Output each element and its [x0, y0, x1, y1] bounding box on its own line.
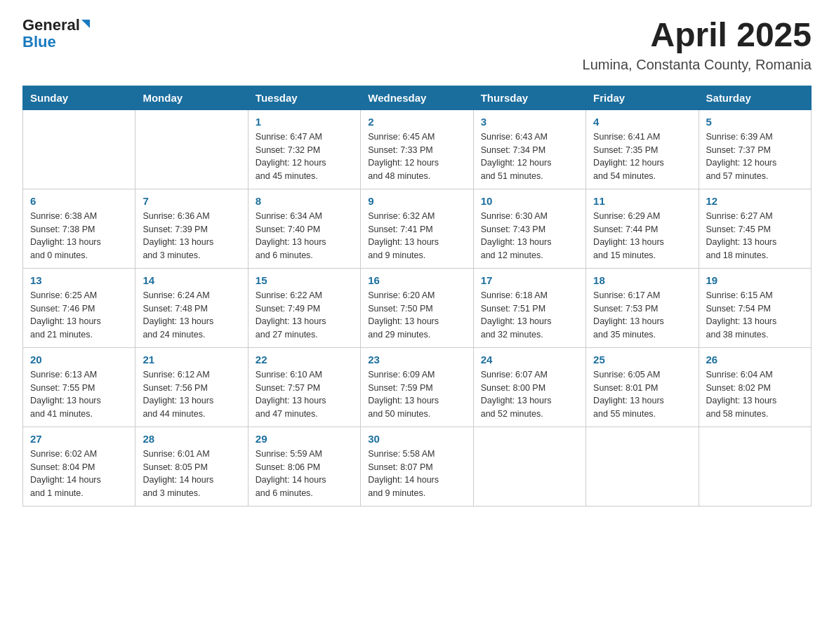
- calendar-cell: 17Sunrise: 6:18 AMSunset: 7:51 PMDayligh…: [473, 268, 585, 347]
- calendar-cell: 4Sunrise: 6:41 AMSunset: 7:35 PMDaylight…: [586, 109, 699, 189]
- day-number: 5: [706, 116, 804, 128]
- calendar-body: 1Sunrise: 6:47 AMSunset: 7:32 PMDaylight…: [23, 109, 812, 506]
- day-info: Sunrise: 6:47 AMSunset: 7:32 PMDaylight:…: [256, 130, 353, 183]
- location-label: Lumina, Constanta County, Romania: [583, 57, 812, 73]
- day-info: Sunrise: 6:02 AMSunset: 8:04 PMDaylight:…: [30, 448, 128, 500]
- calendar-cell: 8Sunrise: 6:34 AMSunset: 7:40 PMDaylight…: [248, 189, 360, 268]
- day-number: 27: [30, 433, 128, 445]
- calendar-cell: 26Sunrise: 6:04 AMSunset: 8:02 PMDayligh…: [699, 347, 811, 427]
- calendar-cell: 27Sunrise: 6:02 AMSunset: 8:04 PMDayligh…: [23, 427, 135, 506]
- calendar-cell: 11Sunrise: 6:29 AMSunset: 7:44 PMDayligh…: [586, 189, 699, 268]
- calendar-cell: 13Sunrise: 6:25 AMSunset: 7:46 PMDayligh…: [23, 268, 135, 347]
- day-info: Sunrise: 6:12 AMSunset: 7:56 PMDaylight:…: [143, 368, 240, 421]
- day-number: 11: [593, 195, 691, 207]
- calendar-cell: 9Sunrise: 6:32 AMSunset: 7:41 PMDaylight…: [361, 189, 473, 268]
- logo-blue-label: Blue: [22, 34, 90, 51]
- day-number: 23: [368, 354, 465, 365]
- calendar-week-row: 13Sunrise: 6:25 AMSunset: 7:46 PMDayligh…: [23, 268, 812, 347]
- calendar-cell: 1Sunrise: 6:47 AMSunset: 7:32 PMDaylight…: [248, 109, 360, 189]
- calendar-cell: 19Sunrise: 6:15 AMSunset: 7:54 PMDayligh…: [699, 268, 811, 347]
- day-info: Sunrise: 6:07 AMSunset: 8:00 PMDaylight:…: [481, 368, 578, 421]
- day-number: 22: [256, 354, 353, 365]
- logo-general-label: General: [22, 17, 80, 34]
- weekday-header-thursday: Thursday: [473, 86, 585, 109]
- day-number: 20: [30, 354, 128, 365]
- calendar-cell: 2Sunrise: 6:45 AMSunset: 7:33 PMDaylight…: [361, 109, 473, 189]
- day-info: Sunrise: 6:29 AMSunset: 7:44 PMDaylight:…: [593, 210, 691, 262]
- day-info: Sunrise: 6:25 AMSunset: 7:46 PMDaylight:…: [30, 289, 128, 342]
- day-info: Sunrise: 6:32 AMSunset: 7:41 PMDaylight:…: [368, 210, 465, 262]
- day-number: 2: [368, 116, 465, 128]
- day-number: 18: [593, 274, 691, 286]
- month-title: April 2025: [583, 17, 812, 54]
- day-info: Sunrise: 5:59 AMSunset: 8:06 PMDaylight:…: [256, 448, 353, 500]
- day-number: 21: [143, 354, 240, 365]
- calendar-cell: [699, 427, 811, 506]
- calendar-cell: 10Sunrise: 6:30 AMSunset: 7:43 PMDayligh…: [473, 189, 585, 268]
- day-info: Sunrise: 6:09 AMSunset: 7:59 PMDaylight:…: [368, 368, 465, 421]
- day-info: Sunrise: 6:13 AMSunset: 7:55 PMDaylight:…: [30, 368, 128, 421]
- day-info: Sunrise: 6:24 AMSunset: 7:48 PMDaylight:…: [143, 289, 240, 342]
- calendar-cell: 14Sunrise: 6:24 AMSunset: 7:48 PMDayligh…: [135, 268, 248, 347]
- day-number: 29: [256, 433, 353, 445]
- calendar-cell: 29Sunrise: 5:59 AMSunset: 8:06 PMDayligh…: [248, 427, 360, 506]
- day-number: 24: [481, 354, 578, 365]
- calendar-cell: 5Sunrise: 6:39 AMSunset: 7:37 PMDaylight…: [699, 109, 811, 189]
- day-info: Sunrise: 6:22 AMSunset: 7:49 PMDaylight:…: [256, 289, 353, 342]
- day-number: 17: [481, 274, 578, 286]
- weekday-header-monday: Monday: [135, 86, 248, 109]
- calendar-cell: 6Sunrise: 6:38 AMSunset: 7:38 PMDaylight…: [23, 189, 135, 268]
- day-info: Sunrise: 6:27 AMSunset: 7:45 PMDaylight:…: [706, 210, 804, 262]
- day-info: Sunrise: 6:01 AMSunset: 8:05 PMDaylight:…: [143, 448, 240, 500]
- day-number: 26: [706, 354, 804, 365]
- day-number: 14: [143, 274, 240, 286]
- calendar-cell: [23, 109, 135, 189]
- day-info: Sunrise: 6:18 AMSunset: 7:51 PMDaylight:…: [481, 289, 578, 342]
- logo-general-text: General: [22, 17, 90, 34]
- day-number: 12: [706, 195, 804, 207]
- day-number: 19: [706, 274, 804, 286]
- calendar-cell: [586, 427, 699, 506]
- day-number: 13: [30, 274, 128, 286]
- day-number: 8: [256, 195, 353, 207]
- day-info: Sunrise: 6:15 AMSunset: 7:54 PMDaylight:…: [706, 289, 804, 342]
- title-block: April 2025 Lumina, Constanta County, Rom…: [583, 17, 812, 73]
- day-number: 9: [368, 195, 465, 207]
- calendar-cell: 3Sunrise: 6:43 AMSunset: 7:34 PMDaylight…: [473, 109, 585, 189]
- day-number: 28: [143, 433, 240, 445]
- day-number: 25: [593, 354, 691, 365]
- day-info: Sunrise: 6:38 AMSunset: 7:38 PMDaylight:…: [30, 210, 128, 262]
- calendar-cell: 28Sunrise: 6:01 AMSunset: 8:05 PMDayligh…: [135, 427, 248, 506]
- day-info: Sunrise: 6:39 AMSunset: 7:37 PMDaylight:…: [706, 130, 804, 183]
- calendar-week-row: 1Sunrise: 6:47 AMSunset: 7:32 PMDaylight…: [23, 109, 812, 189]
- calendar-cell: 15Sunrise: 6:22 AMSunset: 7:49 PMDayligh…: [248, 268, 360, 347]
- weekday-header-wednesday: Wednesday: [361, 86, 473, 109]
- calendar-header: SundayMondayTuesdayWednesdayThursdayFrid…: [23, 86, 812, 109]
- day-info: Sunrise: 6:20 AMSunset: 7:50 PMDaylight:…: [368, 289, 465, 342]
- calendar-cell: 22Sunrise: 6:10 AMSunset: 7:57 PMDayligh…: [248, 347, 360, 427]
- day-number: 3: [481, 116, 578, 128]
- calendar-cell: 21Sunrise: 6:12 AMSunset: 7:56 PMDayligh…: [135, 347, 248, 427]
- calendar-cell: 18Sunrise: 6:17 AMSunset: 7:53 PMDayligh…: [586, 268, 699, 347]
- day-info: Sunrise: 6:30 AMSunset: 7:43 PMDaylight:…: [481, 210, 578, 262]
- calendar-cell: 20Sunrise: 6:13 AMSunset: 7:55 PMDayligh…: [23, 347, 135, 427]
- weekday-header-friday: Friday: [586, 86, 699, 109]
- day-number: 4: [593, 116, 691, 128]
- day-number: 7: [143, 195, 240, 207]
- day-info: Sunrise: 6:17 AMSunset: 7:53 PMDaylight:…: [593, 289, 691, 342]
- calendar-cell: [473, 427, 585, 506]
- calendar-cell: [135, 109, 248, 189]
- day-number: 6: [30, 195, 128, 207]
- calendar-cell: 30Sunrise: 5:58 AMSunset: 8:07 PMDayligh…: [361, 427, 473, 506]
- page-header: General Blue April 2025 Lumina, Constant…: [22, 17, 812, 73]
- day-number: 16: [368, 274, 465, 286]
- calendar-table: SundayMondayTuesdayWednesdayThursdayFrid…: [22, 86, 812, 507]
- day-info: Sunrise: 6:04 AMSunset: 8:02 PMDaylight:…: [706, 368, 804, 421]
- day-info: Sunrise: 6:34 AMSunset: 7:40 PMDaylight:…: [256, 210, 353, 262]
- day-info: Sunrise: 6:43 AMSunset: 7:34 PMDaylight:…: [481, 130, 578, 183]
- day-number: 1: [256, 116, 353, 128]
- calendar-cell: 7Sunrise: 6:36 AMSunset: 7:39 PMDaylight…: [135, 189, 248, 268]
- logo-triangle-icon: [81, 20, 90, 28]
- calendar-cell: 12Sunrise: 6:27 AMSunset: 7:45 PMDayligh…: [699, 189, 811, 268]
- calendar-cell: 16Sunrise: 6:20 AMSunset: 7:50 PMDayligh…: [361, 268, 473, 347]
